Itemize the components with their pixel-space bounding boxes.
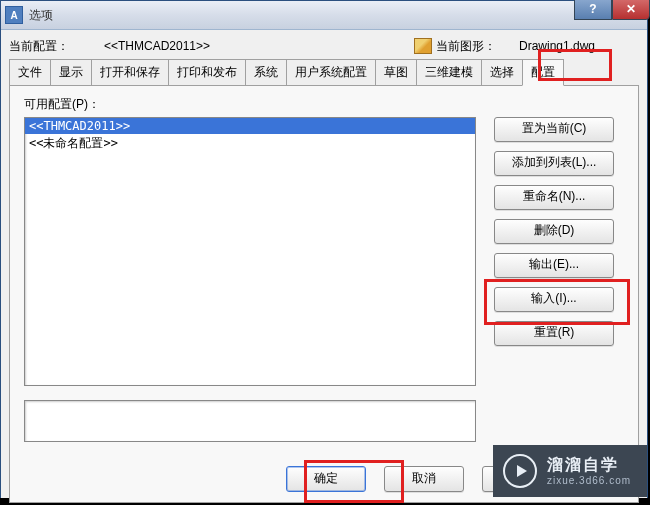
export-button[interactable]: 输出(E)... [494, 253, 614, 278]
side-buttons: 置为当前(C) 添加到列表(L)... 重命名(N)... 删除(D) 输出(E… [494, 117, 614, 386]
tab-file[interactable]: 文件 [9, 59, 51, 86]
tab-user-prefs[interactable]: 用户系统配置 [286, 59, 376, 86]
set-current-button[interactable]: 置为当前(C) [494, 117, 614, 142]
tab-profiles[interactable]: 配置 [522, 59, 564, 86]
watermark-badge: 溜溜自学 zixue.3d66.com [493, 445, 647, 497]
window-controls: ? ✕ [574, 0, 650, 20]
current-drawing-value: Drawing1.dwg [519, 39, 639, 53]
drawing-icon [414, 38, 432, 54]
tab-system[interactable]: 系统 [245, 59, 287, 86]
description-box[interactable] [24, 400, 476, 442]
add-to-list-button[interactable]: 添加到列表(L)... [494, 151, 614, 176]
ok-button[interactable]: 确定 [286, 466, 366, 492]
profiles-panel: 可用配置(P)： <<THMCAD2011>> <<未命名配置>> 置为当前(C… [9, 85, 639, 503]
current-profile-label: 当前配置： [9, 38, 104, 55]
tab-display[interactable]: 显示 [50, 59, 92, 86]
rename-button[interactable]: 重命名(N)... [494, 185, 614, 210]
help-button[interactable]: ? [574, 0, 612, 20]
current-drawing-label: 当前图形： [414, 38, 519, 55]
list-item[interactable]: <<THMCAD2011>> [25, 118, 475, 134]
import-button[interactable]: 输入(I)... [494, 287, 614, 312]
tabstrip: 文件 显示 打开和保存 打印和发布 系统 用户系统配置 草图 三维建模 选择 配… [9, 60, 639, 86]
play-icon [503, 454, 537, 488]
client-area: 当前配置： <<THMCAD2011>> 当前图形： Drawing1.dwg … [1, 30, 647, 498]
tab-selection[interactable]: 选择 [481, 59, 523, 86]
watermark-text: 溜溜自学 zixue.3d66.com [547, 455, 631, 486]
app-icon: A [5, 6, 23, 24]
header-info-row: 当前配置： <<THMCAD2011>> 当前图形： Drawing1.dwg [9, 36, 639, 56]
current-profile-value: <<THMCAD2011>> [104, 39, 244, 53]
window-title: 选项 [29, 7, 53, 24]
reset-button[interactable]: 重置(R) [494, 321, 614, 346]
tab-3d-modeling[interactable]: 三维建模 [416, 59, 482, 86]
profiles-listbox[interactable]: <<THMCAD2011>> <<未命名配置>> [24, 117, 476, 386]
delete-button[interactable]: 删除(D) [494, 219, 614, 244]
tab-print-publish[interactable]: 打印和发布 [168, 59, 246, 86]
titlebar[interactable]: A 选项 ? ✕ [1, 1, 647, 30]
list-item[interactable]: <<未命名配置>> [25, 134, 475, 153]
tab-open-save[interactable]: 打开和保存 [91, 59, 169, 86]
tab-drafting[interactable]: 草图 [375, 59, 417, 86]
available-profiles-label: 可用配置(P)： [24, 96, 624, 113]
close-button[interactable]: ✕ [612, 0, 650, 20]
cancel-button[interactable]: 取消 [384, 466, 464, 492]
options-dialog: A 选项 ? ✕ 当前配置： <<THMCAD2011>> 当前图形： Draw… [0, 0, 648, 498]
